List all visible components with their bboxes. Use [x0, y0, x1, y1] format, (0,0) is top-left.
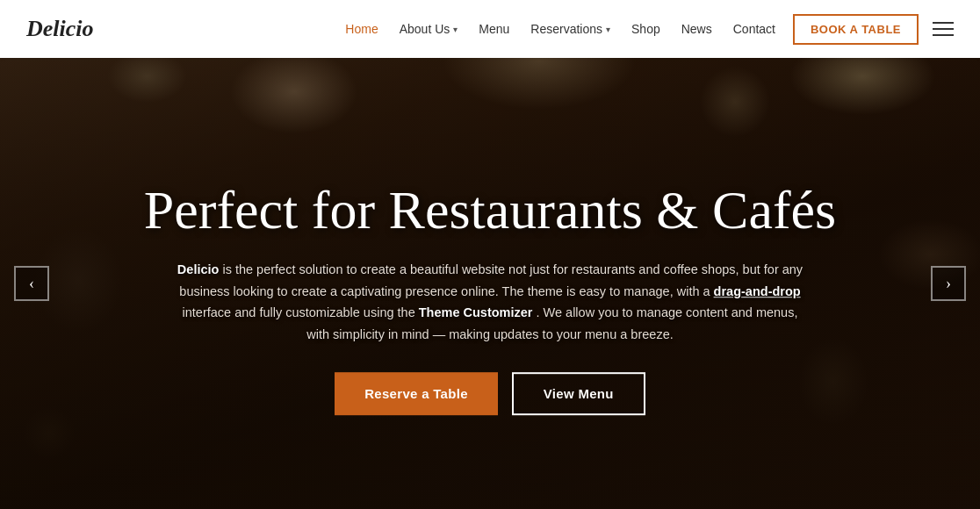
book-table-button[interactable]: BOOK A TABLE — [793, 14, 919, 45]
hero-buttons: Reserve a Table View Menu — [130, 372, 850, 415]
chevron-down-icon: ▾ — [453, 25, 458, 34]
main-nav: Home About Us ▾ Menu Reservations ▾ Shop… — [345, 22, 775, 36]
hero-desc-text2: interface and fully customizable using t… — [183, 306, 419, 320]
hero-desc-text1: is the perfect solution to create a beau… — [179, 262, 803, 298]
nav-reservations-label: Reservations — [530, 22, 602, 36]
prev-slide-button[interactable]: ‹ — [14, 266, 49, 301]
hero-desc-underline: drag-and-drop — [714, 284, 801, 298]
nav-about-label: About Us — [400, 22, 450, 36]
hero-title: Perfect for Restaurants & Cafés — [130, 180, 850, 240]
next-slide-button[interactable]: › — [931, 266, 966, 301]
site-logo[interactable]: Delicio — [26, 16, 94, 42]
site-header: Delicio Home About Us ▾ Menu Reservation… — [0, 0, 980, 58]
nav-item-news[interactable]: News — [681, 22, 712, 36]
hero-description: Delicio is the perfect solution to creat… — [174, 259, 806, 346]
nav-item-menu[interactable]: Menu — [479, 22, 509, 36]
hero-desc-bold2: Theme Customizer — [419, 306, 533, 320]
view-menu-button[interactable]: View Menu — [512, 372, 645, 415]
nav-item-shop[interactable]: Shop — [631, 22, 660, 36]
nav-item-reservations[interactable]: Reservations ▾ — [530, 22, 610, 36]
reserve-table-button[interactable]: Reserve a Table — [335, 372, 498, 415]
nav-item-about[interactable]: About Us ▾ — [400, 22, 458, 36]
chevron-down-icon-2: ▾ — [606, 25, 610, 34]
hero-content: Perfect for Restaurants & Cafés Delicio … — [130, 180, 850, 415]
hamburger-menu-button[interactable] — [933, 22, 954, 36]
hamburger-line-1 — [933, 22, 954, 24]
hamburger-line-2 — [933, 28, 954, 30]
hero-section: ‹ › Perfect for Restaurants & Cafés Deli… — [0, 0, 980, 509]
nav-item-contact[interactable]: Contact — [733, 22, 775, 36]
nav-item-home[interactable]: Home — [345, 22, 378, 36]
hero-desc-bold-start: Delicio — [177, 262, 220, 276]
hamburger-line-3 — [933, 34, 954, 36]
